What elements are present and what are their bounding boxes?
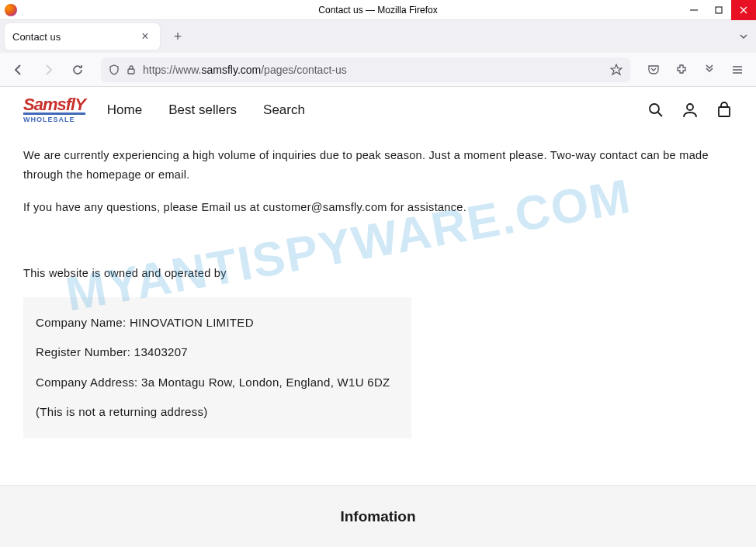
- svg-point-10: [687, 104, 693, 110]
- page-content: We are currently experiencing a high vol…: [0, 133, 756, 451]
- site-logo[interactable]: SamsflY WHOLESALE: [23, 97, 85, 123]
- window-controls: [681, 0, 756, 20]
- svg-rect-11: [719, 107, 730, 116]
- maximize-button[interactable]: [706, 0, 731, 20]
- nav-search[interactable]: Search: [263, 102, 305, 118]
- nav-right-icons: [641, 57, 750, 82]
- register-number: Register Number: 13403207: [36, 344, 399, 362]
- menu-icon[interactable]: [725, 57, 750, 82]
- forward-button[interactable]: [36, 57, 61, 82]
- titlebar-left: [0, 4, 23, 16]
- reload-button[interactable]: [65, 57, 90, 82]
- address-note: (This is not a returning address): [36, 403, 399, 421]
- footer: Infomation: [0, 485, 756, 547]
- nav-bar: https://www.samsfly.com/pages/contact-us: [0, 53, 756, 87]
- tabs-dropdown-icon[interactable]: [739, 32, 748, 41]
- firefox-icon: [5, 4, 17, 16]
- browser-tab[interactable]: Contact us ×: [5, 23, 160, 50]
- svg-rect-4: [128, 69, 134, 74]
- svg-line-9: [658, 113, 662, 116]
- close-button[interactable]: [731, 0, 756, 20]
- header-icons: [647, 102, 733, 119]
- content-para-3: This website is owned and operated by: [23, 264, 733, 283]
- url-bar[interactable]: https://www.samsfly.com/pages/contact-us: [101, 57, 630, 82]
- content-para-2: If you have any questions, please Email …: [23, 198, 733, 217]
- content-para-1: We are currently experiencing a high vol…: [23, 146, 733, 184]
- company-info-box: Company Name: HINOVATION LIMITED Registe…: [23, 297, 411, 438]
- shield-icon[interactable]: [109, 64, 120, 75]
- url-security-icons: [109, 64, 137, 75]
- tab-bar: Contact us × +: [0, 20, 756, 53]
- window-title: Contact us — Mozilla Firefox: [318, 5, 437, 16]
- logo-main: SamsflY: [23, 97, 85, 113]
- company-name: Company Name: HINOVATION LIMITED: [36, 314, 399, 332]
- svg-rect-1: [716, 7, 722, 13]
- header-left: SamsflY WHOLESALE Home Best sellers Sear…: [23, 97, 305, 123]
- nav-menu: Home Best sellers Search: [107, 102, 305, 118]
- window-titlebar: Contact us — Mozilla Firefox: [0, 0, 756, 20]
- cart-icon[interactable]: [716, 102, 733, 119]
- company-address: Company Address: 3a Montagu Row, London,…: [36, 374, 399, 392]
- svg-point-8: [650, 104, 659, 113]
- tab-close-icon[interactable]: ×: [138, 29, 152, 43]
- url-domain: samsfly.com: [201, 64, 261, 76]
- new-tab-button[interactable]: +: [166, 25, 189, 48]
- lock-icon[interactable]: [126, 64, 137, 75]
- bookmark-icon[interactable]: [610, 64, 622, 76]
- tab-title: Contact us: [12, 31, 61, 43]
- extensions-icon[interactable]: [669, 57, 694, 82]
- search-icon[interactable]: [647, 102, 664, 119]
- url-prefix: https://www.: [143, 64, 201, 76]
- site-header: SamsflY WHOLESALE Home Best sellers Sear…: [0, 87, 756, 133]
- url-text: https://www.samsfly.com/pages/contact-us: [143, 64, 604, 76]
- footer-title: Infomation: [340, 508, 415, 525]
- overflow-icon[interactable]: [697, 57, 722, 82]
- back-button[interactable]: [6, 57, 31, 82]
- url-path: /pages/contact-us: [261, 64, 347, 76]
- minimize-button[interactable]: [681, 0, 706, 20]
- nav-bestsellers[interactable]: Best sellers: [168, 102, 237, 118]
- account-icon[interactable]: [681, 102, 699, 119]
- nav-home[interactable]: Home: [107, 102, 142, 118]
- pocket-icon[interactable]: [641, 57, 666, 82]
